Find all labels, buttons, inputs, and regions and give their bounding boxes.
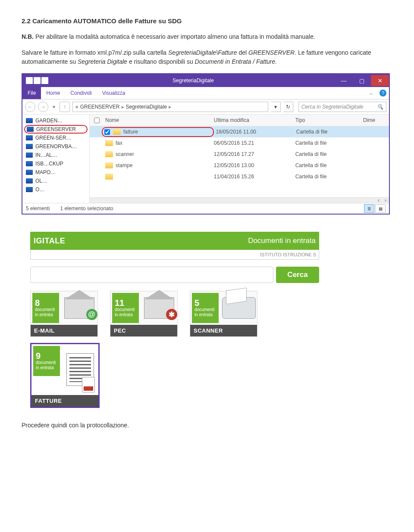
minimize-button[interactable]: — bbox=[335, 75, 353, 86]
ribbon-file-menu[interactable]: File bbox=[22, 87, 41, 99]
computer-icon bbox=[26, 161, 33, 166]
col-type[interactable]: Tipo bbox=[295, 117, 363, 123]
app-name: Segreteria Digitale bbox=[78, 58, 127, 65]
search-input[interactable] bbox=[30, 267, 273, 283]
address-dropdown-icon[interactable]: ▾ bbox=[271, 102, 281, 112]
card-label: FATTURE bbox=[31, 395, 98, 407]
file-modified: 12/05/2016 13.00 bbox=[214, 162, 295, 168]
nav-history-dropdown[interactable]: ▾ bbox=[51, 102, 57, 112]
table-row[interactable]: stampe 12/05/2016 13.00 Cartella di file bbox=[90, 160, 389, 171]
computer-icon bbox=[26, 178, 33, 184]
server-name: GREENSERVER bbox=[248, 49, 295, 56]
window-titlebar[interactable]: SegreteriaDigitale — ▢ ✕ bbox=[22, 74, 389, 87]
envelope-icon: ✱ bbox=[144, 297, 174, 319]
table-row[interactable]: scanner 12/05/2016 17.27 Cartella di fil… bbox=[90, 149, 389, 160]
webapp-documenti: IGITALE Documenti in entrata ISTITUTO IS… bbox=[30, 232, 319, 408]
side-tree-item[interactable]: GREEN-SER… bbox=[22, 134, 89, 142]
webapp-header: IGITALE Documenti in entrata bbox=[30, 232, 319, 250]
file-type: Cartella di file bbox=[295, 151, 363, 157]
side-tree-item[interactable]: ISB…CKUP bbox=[22, 159, 89, 168]
folder-icon bbox=[26, 77, 33, 84]
crumb-folder[interactable]: SegreteriaDigitale bbox=[126, 104, 167, 110]
badge-text: documenti in entrata bbox=[36, 360, 57, 370]
instructions: Salvare le fatture in formato xml.p7m/.z… bbox=[22, 48, 392, 66]
side-tree-item-greenserver[interactable]: GREENSERVER bbox=[24, 125, 88, 134]
side-tree-item[interactable]: IN…AL… bbox=[22, 151, 89, 159]
col-name[interactable]: Nome bbox=[104, 117, 214, 123]
col-modified[interactable]: Ultima modifica bbox=[214, 117, 295, 123]
folder-icon bbox=[105, 162, 113, 168]
table-row[interactable]: 11/04/2016 15.26 Cartella di file bbox=[90, 171, 389, 182]
ribbon-expand-icon[interactable]: ⌵ bbox=[365, 87, 377, 99]
status-count: 5 elementi bbox=[26, 205, 50, 212]
nav-forward-button[interactable]: → bbox=[38, 102, 48, 112]
computer-icon bbox=[26, 135, 33, 140]
side-tree-item[interactable]: GARDEN… bbox=[22, 116, 89, 125]
side-tree-item[interactable]: OL… bbox=[22, 177, 89, 185]
ribbon-tab-home[interactable]: Home bbox=[41, 87, 65, 99]
file-modified: 11/04/2016 15.26 bbox=[214, 174, 295, 180]
computer-icon bbox=[26, 187, 33, 192]
file-type: Cartella di file bbox=[295, 162, 363, 168]
side-label: GARDEN… bbox=[35, 118, 63, 124]
help-icon[interactable]: ? bbox=[380, 90, 386, 96]
badge-text: documenti in entrata bbox=[194, 307, 216, 317]
table-row-fatture[interactable]: fatture 18/05/2016 11.00 Cartella di fil… bbox=[90, 126, 389, 137]
closing-note: Procedere quindi con la protocollazione. bbox=[22, 421, 392, 430]
search-button[interactable]: Cerca bbox=[276, 267, 319, 283]
refresh-button[interactable]: ↻ bbox=[283, 102, 293, 112]
side-tree-item[interactable]: GREENORVBA… bbox=[22, 142, 89, 151]
side-label: IN…AL… bbox=[35, 152, 57, 158]
scroll-left-icon[interactable]: ‹ bbox=[375, 198, 382, 203]
search-input[interactable]: Cerca in SegreteriaDigitale 🔍 bbox=[298, 102, 386, 112]
card-email[interactable]: 8 documenti in entrata @ E-MAIL bbox=[30, 291, 98, 337]
chevron-down-icon[interactable] bbox=[41, 77, 48, 84]
card-label: SCANNER bbox=[190, 325, 257, 336]
card-label: E-MAIL bbox=[31, 325, 97, 336]
horizontal-scrollbar[interactable]: ‹ › bbox=[90, 197, 389, 203]
computer-icon bbox=[26, 152, 33, 158]
window-title: SegreteriaDigitale bbox=[52, 78, 335, 84]
header-section-title[interactable]: Documenti in entrata bbox=[65, 236, 316, 245]
card-scanner[interactable]: 5 documenti in entrata SCANNER bbox=[190, 291, 257, 337]
side-tree-item[interactable]: MAPO… bbox=[22, 168, 89, 177]
scroll-right-icon[interactable]: › bbox=[382, 198, 389, 203]
ribbon-tab-view[interactable]: Visualizza bbox=[97, 87, 131, 99]
view-tiles-button[interactable]: ▦ bbox=[375, 204, 386, 213]
nav-up-button[interactable]: ↑ bbox=[60, 102, 70, 112]
computer-icon bbox=[26, 144, 33, 149]
txt: del bbox=[237, 49, 248, 56]
card-pec[interactable]: 11 documenti in entrata ✱ PEC bbox=[110, 291, 178, 337]
address-bar-row: ← → ▾ ↑ « GREENSERVER ▸ SegreteriaDigita… bbox=[22, 100, 389, 115]
folder-icon bbox=[113, 129, 121, 135]
badge-text: documenti in entrata bbox=[35, 307, 56, 317]
select-all-checkbox[interactable] bbox=[94, 118, 100, 123]
close-button[interactable]: ✕ bbox=[371, 75, 389, 86]
row-checkbox[interactable] bbox=[104, 129, 110, 135]
nb-text: Per abilitare la modalità automatica è n… bbox=[34, 33, 315, 40]
scanner-icon bbox=[222, 297, 256, 319]
breadcrumb-address[interactable]: « GREENSERVER ▸ SegreteriaDigitale ▸ bbox=[72, 102, 268, 112]
column-headers[interactable]: Nome Ultima modifica Tipo Dime bbox=[90, 115, 389, 126]
side-tree-item[interactable]: O… bbox=[22, 185, 89, 194]
side-label: GREENSERVER bbox=[36, 126, 76, 132]
maximize-button[interactable]: ▢ bbox=[353, 75, 371, 86]
at-icon: @ bbox=[86, 309, 97, 320]
nav-tree[interactable]: GARDEN… GREENSERVER GREEN-SER… GREENORVB… bbox=[22, 115, 90, 203]
file-modified: 12/05/2016 17.27 bbox=[214, 151, 295, 157]
col-size[interactable]: Dime bbox=[363, 117, 389, 123]
ribbon-tab-share[interactable]: Condividi bbox=[65, 87, 97, 99]
crumb-sep-icon: ▸ bbox=[169, 104, 171, 110]
file-type: Cartella di file bbox=[295, 174, 363, 180]
table-row[interactable]: fax 06/05/2016 15.21 Cartella di file bbox=[90, 137, 389, 149]
nav-back-button[interactable]: ← bbox=[25, 102, 35, 112]
crumb-server[interactable]: GREENSERVER bbox=[80, 104, 120, 110]
card-fatture[interactable]: 9 documenti in entrata FATTURE bbox=[30, 343, 100, 408]
props-icon bbox=[34, 77, 41, 84]
status-selected: 1 elemento selezionato bbox=[60, 205, 113, 212]
file-type: Cartella di file bbox=[296, 129, 363, 135]
view-details-button[interactable]: ≣ bbox=[364, 204, 374, 213]
txt: Salvare le fatture in formato xml.p7m/.z… bbox=[22, 49, 168, 56]
crumb-sep-icon: ▸ bbox=[122, 104, 124, 110]
side-label: GREEN-SER… bbox=[35, 135, 71, 141]
